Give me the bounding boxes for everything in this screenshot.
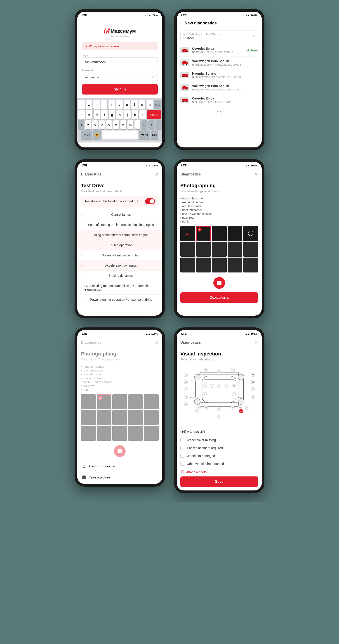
key-t[interactable]: t — [108, 100, 115, 109]
photo-9[interactable] — [228, 242, 243, 257]
key-shift[interactable]: ⇧ — [78, 120, 84, 129]
close-button-5[interactable]: ✕ — [155, 340, 159, 345]
photo-s5-8[interactable] — [112, 410, 127, 425]
toggle-switch[interactable] — [145, 198, 155, 204]
key-w[interactable]: w — [86, 100, 92, 109]
photo-s5-10[interactable] — [144, 410, 159, 425]
key-e[interactable]: e — [93, 100, 100, 109]
key-s[interactable]: s — [86, 110, 92, 119]
take-picture[interactable]: Take a picture — [77, 472, 162, 483]
photo-s5-5[interactable] — [144, 394, 159, 409]
key-h[interactable]: h — [116, 110, 123, 119]
checkbox-1[interactable] — [180, 438, 184, 442]
key-m[interactable]: m — [127, 120, 133, 129]
checklist-item-4[interactable]: 4 Clutch operation › — [77, 240, 162, 250]
photo-s5-4[interactable] — [128, 394, 143, 409]
car-item-2[interactable]: Volkswagen Polo белый НР B521XT198 VIN X… — [180, 56, 258, 69]
key-numbers2[interactable]: ?123 — [139, 130, 150, 140]
key-r[interactable]: r — [101, 100, 108, 109]
photo-14[interactable] — [228, 258, 243, 272]
save-button-6[interactable]: Save — [180, 476, 258, 487]
key-c[interactable]: c — [99, 120, 105, 129]
vin-input-area[interactable]: At least 4 last figures of the VIN code … — [180, 30, 258, 42]
key-arrow[interactable]: → — [155, 120, 161, 129]
key-x[interactable]: x — [92, 120, 98, 129]
checklist-item-2[interactable]: 2 Ease of starting the internal combusti… — [77, 220, 162, 230]
checkbox-item-4[interactable]: Other wheel / tire mounted — [180, 460, 258, 468]
photo-11[interactable] — [180, 258, 195, 272]
key-shift2[interactable]: ? — [141, 120, 147, 129]
photo-s5-13[interactable] — [112, 426, 127, 441]
login-input[interactable]: Alexander222 — [82, 58, 158, 66]
key-emoji[interactable]: 😊 — [93, 130, 101, 140]
key-space[interactable] — [102, 130, 138, 140]
key-j[interactable]: j — [124, 110, 131, 119]
photo-13[interactable] — [212, 258, 227, 272]
photo-15[interactable] — [243, 258, 258, 272]
photo-s5-9[interactable] — [128, 410, 143, 425]
back-button[interactable]: ‹ — [180, 20, 182, 26]
camera-button[interactable] — [213, 277, 225, 289]
checkbox-2[interactable] — [180, 446, 184, 450]
key-q[interactable]: q — [78, 100, 85, 109]
checklist-item-1[interactable]: 1 Control lamps › — [77, 210, 162, 220]
photo-s5-11[interactable] — [81, 426, 96, 441]
car-item-5[interactable]: Cevrolet Epica НР E994KK198 VIN XKSIF123… — [180, 94, 258, 106]
key-backspace[interactable]: ⌫ — [154, 100, 161, 109]
load-from-device[interactable]: Load from device — [77, 461, 162, 472]
key-d[interactable]: d — [94, 110, 100, 119]
key-v[interactable]: v — [106, 120, 112, 129]
photo-10[interactable] — [243, 242, 258, 257]
vin-clear-button[interactable]: ✕ — [252, 34, 256, 39]
signin-button[interactable]: Sign in — [82, 84, 158, 94]
photo-s5-3[interactable] — [112, 394, 127, 409]
checkbox-item-3[interactable]: Wheel rim damaged — [180, 452, 258, 460]
key-p[interactable]: p — [146, 100, 153, 109]
save-button-4[interactable]: Сохранить — [180, 292, 258, 303]
key-k[interactable]: k — [132, 110, 138, 119]
checklist-item-9[interactable]: 9 Power steering operation / presence of… — [77, 295, 162, 305]
close-button-6[interactable]: ✕ — [254, 340, 258, 345]
photo-s5-7[interactable] — [97, 410, 112, 425]
close-button-3[interactable]: ✕ — [155, 172, 159, 177]
photo-s5-14[interactable] — [128, 426, 143, 441]
car-item-4[interactable]: Volkswagen Polo белый НР K686MY198 VIN Z… — [180, 82, 258, 94]
checklist-item-3[interactable]: 3 Idling of the internal combustion engi… — [77, 230, 162, 240]
key-b[interactable]: b — [113, 120, 119, 129]
photo-s5-15[interactable] — [144, 426, 159, 441]
photo-s5-1[interactable] — [81, 394, 96, 409]
photo-6[interactable] — [180, 242, 195, 257]
checkbox-item-1[interactable]: Wheel cover missing — [180, 436, 258, 444]
camera-button-5[interactable] — [114, 445, 126, 457]
close-button-4[interactable]: ✕ — [254, 172, 258, 177]
checklist-item-8[interactable]: 8 Gear shifting manual transmission / au… — [77, 281, 162, 295]
photo-8[interactable] — [212, 242, 227, 257]
car-item-1[interactable]: Cevrolet Epica НР E994KK198 VIN XKSIF123… — [180, 44, 258, 56]
photo-12[interactable] — [196, 258, 211, 272]
key-l[interactable]: l — [139, 110, 146, 119]
key-comma[interactable]: . — [134, 120, 140, 129]
checkbox-3[interactable] — [180, 454, 184, 458]
key-excl[interactable]: ! — [148, 120, 154, 129]
key-i[interactable]: i — [131, 100, 138, 109]
key-u[interactable]: u — [124, 100, 130, 109]
photo-2[interactable]: 1 — [196, 226, 211, 241]
checklist-item-7[interactable]: 7 Braking dynamics › — [77, 271, 162, 281]
checklist-item-6[interactable]: 6 Acceleration dynamics › — [77, 260, 162, 271]
key-return[interactable]: return — [147, 110, 161, 119]
attach-photo-link[interactable]: Attach a photo — [180, 468, 258, 476]
key-keyboard[interactable]: ⌨ — [151, 130, 158, 140]
key-z[interactable]: z — [85, 120, 91, 129]
key-numbers[interactable]: ?123 — [81, 130, 92, 140]
checkbox-item-2[interactable]: Tire replacement required — [180, 444, 258, 452]
key-n[interactable]: n — [120, 120, 126, 129]
photo-7[interactable] — [196, 242, 211, 257]
photo-4[interactable] — [228, 226, 243, 241]
car-item-3[interactable]: Hyundai Solaris НР K686MY198 VIN Z94K241… — [180, 69, 258, 82]
photo-s5-12[interactable] — [97, 426, 112, 441]
key-f[interactable]: f — [101, 110, 108, 119]
key-g[interactable]: g — [109, 110, 115, 119]
photo-s5-2[interactable]: 1 — [97, 394, 112, 409]
photo-3[interactable] — [212, 226, 227, 241]
checklist-item-5[interactable]: 5 Noises, vibrations in motion › — [77, 250, 162, 260]
